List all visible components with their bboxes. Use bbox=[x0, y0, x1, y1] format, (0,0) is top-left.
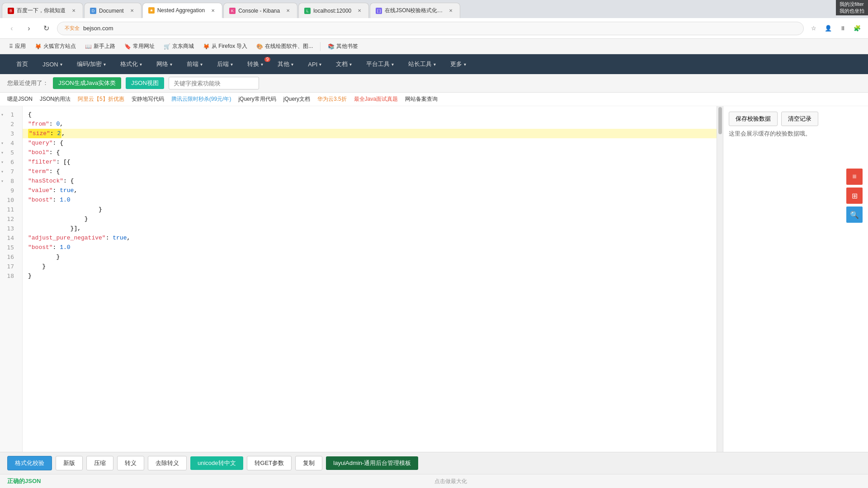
to-get-btn[interactable]: 转GET参数 bbox=[247, 456, 292, 470]
nav-encode[interactable]: 编码/加密 bbox=[70, 54, 113, 74]
nav-json[interactable]: JSON bbox=[35, 54, 70, 74]
maximize-hint[interactable]: 点击做最大化 bbox=[41, 478, 861, 485]
quick-link-jquery-code[interactable]: jQuery常用代码 bbox=[238, 95, 276, 103]
bookmark-firefox-import[interactable]: 🦊 从 Firefox 导入 bbox=[199, 41, 251, 52]
icon-btn-search[interactable]: 🔍 bbox=[846, 206, 863, 223]
quick-link-jquery-doc[interactable]: jQuery文档 bbox=[283, 95, 310, 103]
bookmark-firefox-label: 火狐官方站点 bbox=[43, 42, 76, 50]
tab-localhost[interactable]: L localhost:12000 ✕ bbox=[298, 3, 369, 18]
scroll-handle[interactable] bbox=[718, 107, 722, 134]
nav-format[interactable]: 格式化 bbox=[113, 54, 149, 74]
nav-docs[interactable]: 文档 bbox=[329, 54, 359, 74]
line-toggle-5[interactable]: ▾ bbox=[1, 148, 4, 157]
forward-button[interactable]: › bbox=[23, 22, 35, 35]
nav-webmaster[interactable]: 站长工具 bbox=[401, 54, 443, 74]
tab-kibana[interactable]: K Console - Kibana ✕ bbox=[223, 3, 297, 18]
line-number-1: ▾1 bbox=[0, 110, 18, 119]
search-functions-input[interactable] bbox=[169, 77, 259, 89]
url-text: bejson.com bbox=[83, 25, 113, 32]
line-toggle-6[interactable]: ▾ bbox=[1, 157, 4, 167]
line-number-8: ▾8 bbox=[0, 176, 18, 186]
tab-json[interactable]: { } 在线JSON校验格式化… ✕ bbox=[370, 3, 460, 18]
tab-favicon-agg: ★ bbox=[148, 7, 155, 14]
json-view-btn[interactable]: JSON视图 bbox=[126, 77, 164, 89]
bookmark-star-icon[interactable]: ☆ bbox=[808, 23, 819, 34]
nav-other[interactable]: 其他 bbox=[270, 54, 301, 74]
line-toggle-1[interactable]: ▾ bbox=[1, 110, 4, 119]
back-button[interactable]: ‹ bbox=[5, 22, 18, 35]
code-line-3: "size": 2, bbox=[23, 129, 717, 138]
tab-nested[interactable]: ★ Nested Aggregation ✕ bbox=[142, 3, 222, 18]
quick-link-icp[interactable]: 网站备案查询 bbox=[405, 95, 438, 103]
quick-link-tencent[interactable]: 腾讯云限时秒杀(99元/年) bbox=[171, 95, 231, 103]
escape-btn[interactable]: 转义 bbox=[117, 456, 144, 470]
tab-close-json[interactable]: ✕ bbox=[447, 7, 454, 14]
browser-frame: B 百度一下，你就知道 ✕ D Document ✕ ★ Nested Aggr… bbox=[0, 0, 868, 488]
clear-records-btn[interactable]: 清空记录 bbox=[781, 112, 818, 126]
layui-template-btn[interactable]: layuiAdmin-通用后台管理模板 bbox=[326, 456, 418, 470]
quick-link-huawei[interactable]: 华为云3.5折 bbox=[317, 95, 347, 103]
tab-close-nested[interactable]: ✕ bbox=[209, 7, 217, 14]
tab-close-document[interactable]: ✕ bbox=[128, 7, 136, 14]
quick-link-aliyun[interactable]: 阿里云【5】折优惠 bbox=[78, 95, 124, 103]
copy-btn[interactable]: 复制 bbox=[295, 456, 322, 470]
pause-icon[interactable]: ⏸ bbox=[837, 23, 848, 34]
quick-link-jsonusage[interactable]: JSON的用法 bbox=[40, 95, 71, 103]
tab-baidu[interactable]: B 百度一下，你就知道 ✕ bbox=[2, 3, 83, 18]
other-favicon: 📚 bbox=[328, 43, 335, 50]
line-toggle-7[interactable]: ▾ bbox=[1, 167, 4, 176]
search-icon: 🔍 bbox=[850, 211, 859, 219]
bookmark-apps-label: 应用 bbox=[15, 42, 26, 50]
address-input[interactable]: 不安全 bejson.com bbox=[57, 22, 804, 35]
nav-frontend[interactable]: 前端 bbox=[179, 54, 210, 74]
tab-favicon-json: { } bbox=[376, 8, 382, 14]
icon-btn-grid[interactable]: ⊞ bbox=[846, 188, 863, 204]
nav-platform[interactable]: 平台工具 bbox=[359, 54, 401, 74]
line-toggle-8[interactable]: ▾ bbox=[1, 176, 4, 186]
quick-link-isjson[interactable]: 嗯是JSON bbox=[7, 95, 33, 103]
tab-close-localhost[interactable]: ✕ bbox=[356, 7, 363, 14]
vertical-scrollbar[interactable] bbox=[717, 106, 723, 452]
compress-btn[interactable]: 压缩 bbox=[86, 456, 113, 470]
unescape-btn[interactable]: 去除转义 bbox=[148, 456, 187, 470]
line-numbers: ▾123▾4▾5▾6▾7▾89101112131415161718 bbox=[0, 106, 23, 452]
code-line-17: } bbox=[23, 262, 717, 271]
bookmark-apps[interactable]: ⠿ 应用 bbox=[5, 41, 29, 52]
nav-api[interactable]: API bbox=[301, 54, 329, 74]
json-java-btn[interactable]: JSON生成Java实体类 bbox=[53, 77, 121, 89]
nav-home[interactable]: 首页 bbox=[9, 54, 35, 74]
extension-icon[interactable]: 🧩 bbox=[852, 23, 863, 34]
bookmark-common[interactable]: 🔖 常用网址 bbox=[121, 41, 158, 52]
bookmark-draw[interactable]: 🎨 在线绘图软件、图... bbox=[253, 41, 316, 52]
quick-link-java-interview[interactable]: 最全Java面试真题 bbox=[354, 95, 398, 103]
unicode-chinese-btn[interactable]: unicode转中文 bbox=[190, 456, 243, 470]
format-validate-btn[interactable]: 格式化校验 bbox=[7, 456, 52, 470]
profile-icon[interactable]: 👤 bbox=[823, 23, 834, 34]
icon-btn-menu[interactable]: ≡ bbox=[846, 169, 863, 185]
refresh-button[interactable]: ↻ bbox=[40, 22, 52, 35]
tab-close-kibana[interactable]: ✕ bbox=[284, 7, 292, 14]
quick-link-anjing[interactable]: 安静地写代码 bbox=[132, 95, 164, 103]
bookmark-firefox[interactable]: 🦊 火狐官方站点 bbox=[31, 41, 80, 52]
line-number-3: 3 bbox=[0, 129, 18, 138]
code-line-2: "from": 0, bbox=[23, 119, 717, 129]
bookmark-other[interactable]: 📚 其他书签 bbox=[324, 41, 362, 52]
nav-network[interactable]: 网络 bbox=[149, 54, 179, 74]
nav-backend[interactable]: 后端 bbox=[210, 54, 240, 74]
tab-favicon-kibana: K bbox=[229, 8, 236, 14]
save-validate-btn[interactable]: 保存校验数据 bbox=[729, 112, 778, 126]
code-content[interactable]: { "from": 0, "size": 2, "query": { "bool… bbox=[23, 106, 717, 452]
nav-convert[interactable]: 转换 9 bbox=[240, 54, 270, 74]
code-line-6: "filter": [{ bbox=[23, 157, 717, 167]
line-toggle-4[interactable]: ▾ bbox=[1, 138, 4, 148]
tab-close-baidu[interactable]: ✕ bbox=[70, 7, 77, 14]
nav-more[interactable]: 更多 bbox=[443, 54, 473, 74]
line-number-12: 12 bbox=[0, 214, 18, 224]
bookmark-newbie[interactable]: 📖 新手上路 bbox=[81, 41, 119, 52]
code-line-12: } bbox=[23, 214, 717, 224]
new-version-btn[interactable]: 新版 bbox=[56, 456, 83, 470]
tab-document[interactable]: D Document ✕ bbox=[84, 3, 142, 18]
bookmark-common-label: 常用网址 bbox=[133, 42, 155, 50]
firefox-favicon: 🦊 bbox=[35, 43, 42, 50]
bookmark-jd[interactable]: 🛒 京东商城 bbox=[160, 41, 198, 52]
